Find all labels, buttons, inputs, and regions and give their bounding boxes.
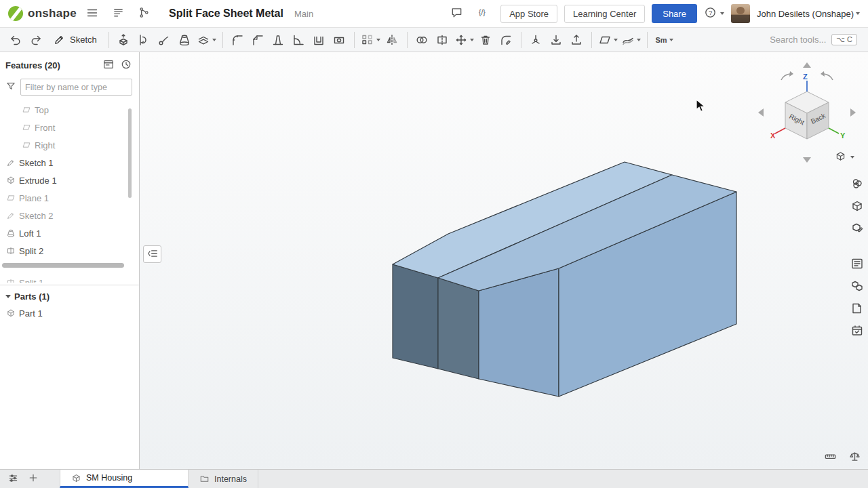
mass-properties-button[interactable]: [846, 449, 863, 466]
tab-internals[interactable]: Internals: [189, 470, 258, 488]
user-menu-button[interactable]: John Desilets (Onshape): [757, 9, 860, 19]
feature-item[interactable]: Plane 1: [0, 189, 139, 207]
tab-manager-button[interactable]: [4, 471, 22, 487]
panel-flyout-button[interactable]: [143, 245, 161, 263]
tool-revolve-button[interactable]: [134, 30, 154, 49]
parts-list: Part 1: [0, 304, 139, 322]
fillet-icon: [231, 33, 244, 47]
learning-center-button[interactable]: Learning Center: [564, 5, 645, 23]
tool-fillet-button[interactable]: [228, 30, 248, 49]
part-face-end-left-2[interactable]: [438, 278, 479, 379]
add-tab-button[interactable]: [24, 471, 42, 487]
chevron-down-icon[interactable]: [376, 39, 380, 41]
workspace-name[interactable]: Main: [294, 9, 313, 19]
view-selector-button[interactable]: [830, 149, 859, 165]
tool-shell-button[interactable]: [309, 30, 329, 49]
tool-import-button[interactable]: [547, 30, 566, 49]
panel-parts-list-button[interactable]: [848, 277, 866, 295]
svg-text:Sm: Sm: [655, 36, 667, 44]
parts-section-header[interactable]: Parts (1): [0, 285, 139, 304]
tool-rib-button[interactable]: [289, 30, 309, 49]
chevron-down-icon[interactable]: [637, 39, 641, 41]
tool-chamfer-button[interactable]: [248, 30, 268, 49]
tool-thicken-button[interactable]: [195, 30, 218, 49]
main-menu-button[interactable]: [82, 3, 102, 24]
versions-button[interactable]: [134, 3, 154, 24]
panel-material-button[interactable]: [848, 220, 866, 237]
feature-item[interactable]: Extrude 1: [0, 171, 139, 189]
measure-tool-button[interactable]: [822, 449, 838, 466]
share-button[interactable]: Share: [652, 4, 697, 23]
feature-item[interactable]: Front: [0, 119, 139, 136]
tool-delete-part-button[interactable]: [476, 30, 496, 49]
onshape-logo[interactable]: onshape: [8, 6, 77, 21]
tool-mate-connector-button[interactable]: [526, 30, 546, 49]
tool-linear-pattern-button[interactable]: [359, 30, 382, 49]
pencil-icon: [6, 211, 16, 220]
search-tools[interactable]: Search tools... ⌥ C: [770, 34, 863, 45]
toolbar-separator: [521, 32, 521, 48]
history-button[interactable]: [117, 57, 135, 73]
part-item[interactable]: Part 1: [0, 304, 139, 322]
tool-draft-button[interactable]: [269, 30, 288, 49]
feature-item[interactable]: Sketch 2: [0, 207, 139, 224]
feature-item[interactable]: Right: [0, 136, 139, 154]
filter-funnel-icon[interactable]: [5, 81, 16, 94]
viewcube-arrow-down-icon[interactable]: [803, 157, 811, 163]
graphics-viewport[interactable]: Right Back Z X Y: [140, 52, 868, 469]
viewcube-arrow-left-icon[interactable]: [758, 108, 764, 117]
user-avatar[interactable]: [731, 4, 750, 23]
sketch-button[interactable]: Sketch: [46, 30, 104, 49]
folder-icon: [199, 474, 210, 484]
tool-undo-button[interactable]: [5, 30, 25, 49]
tool-surface-button[interactable]: [620, 30, 642, 49]
panel-properties-button[interactable]: [848, 255, 866, 272]
tab-sm-housing[interactable]: SM Housing: [60, 470, 189, 488]
featurescript-button[interactable]: {/}: [473, 3, 494, 24]
tool-sweep-button[interactable]: [155, 30, 174, 49]
help-button[interactable]: ?: [704, 6, 724, 21]
tool-hole-button[interactable]: [330, 30, 349, 49]
chevron-down-icon[interactable]: [212, 39, 216, 41]
chevron-down-icon[interactable]: [614, 39, 618, 41]
document-panel-button[interactable]: [108, 3, 128, 24]
feature-item[interactable]: Split 2: [0, 242, 139, 260]
tool-redo-button[interactable]: [26, 30, 45, 49]
tool-sheet-metal-button[interactable]: Sm: [652, 30, 675, 49]
viewcube-arrow-right-icon[interactable]: [850, 108, 856, 117]
panel-display-states-button[interactable]: [848, 197, 866, 215]
tool-transform-button[interactable]: [453, 30, 475, 49]
revolve-icon: [137, 33, 151, 47]
tool-boolean-button[interactable]: [412, 30, 432, 49]
viewcube-arrow-up-icon[interactable]: [803, 62, 811, 68]
panel-appearances-button[interactable]: [848, 175, 866, 192]
top-bar: onshape Split Face Sheet Metal Main {/} …: [0, 0, 868, 28]
tool-loft-button[interactable]: [175, 30, 195, 49]
feature-item[interactable]: Top: [0, 101, 139, 119]
measure-icon: [824, 450, 837, 463]
feature-item[interactable]: Loft 1: [0, 224, 139, 242]
sliders-icon: [7, 472, 19, 484]
tool-plane-button[interactable]: [597, 30, 619, 49]
features-scrollbar[interactable]: [128, 108, 132, 198]
feature-dialog-button[interactable]: [100, 57, 117, 73]
comments-button[interactable]: [446, 3, 467, 24]
feature-item[interactable]: Split 1: [0, 274, 139, 283]
panel-documents-button[interactable]: [848, 300, 866, 317]
tool-split-button[interactable]: [433, 30, 452, 49]
feature-item[interactable]: Sketch 1: [0, 154, 139, 171]
app-store-button[interactable]: App Store: [500, 5, 557, 23]
panel-release-tasks-button[interactable]: [848, 322, 866, 340]
rollback-bar[interactable]: [2, 263, 124, 268]
export-icon: [570, 33, 583, 47]
chevron-down-icon[interactable]: [470, 39, 474, 41]
svg-text:?: ?: [709, 9, 712, 16]
part-face-end-left-1[interactable]: [393, 264, 438, 369]
tool-extrude-button[interactable]: [114, 30, 134, 49]
tool-export-button[interactable]: [567, 30, 587, 49]
tool-mirror-button[interactable]: [382, 30, 402, 49]
svg-text:{/}: {/}: [479, 9, 486, 16]
feature-filter-input[interactable]: [20, 79, 132, 96]
chevron-down-icon[interactable]: [669, 39, 673, 41]
tool-modify-fillet-button[interactable]: [496, 30, 516, 49]
